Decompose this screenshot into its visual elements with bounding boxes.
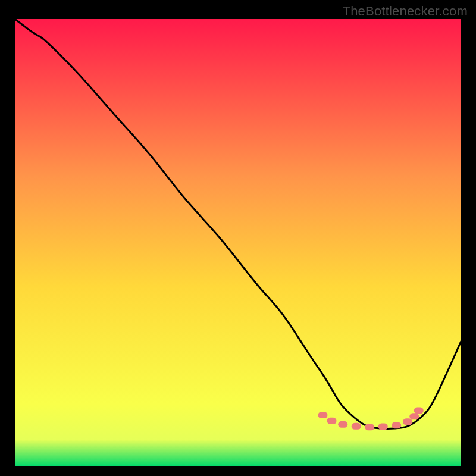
plot-area (15, 19, 461, 466)
watermark-text: TheBottlenecker.com (343, 4, 468, 19)
optimal-marker (378, 424, 388, 430)
chart-frame: TheBottlenecker.com (0, 0, 476, 476)
optimal-marker (338, 421, 347, 428)
optimal-marker (352, 423, 361, 430)
optimal-marker (409, 413, 419, 419)
optimal-marker (365, 424, 374, 430)
optimal-marker (318, 412, 328, 418)
optimal-marker (392, 422, 401, 428)
gradient-background (15, 19, 461, 466)
chart-svg (15, 19, 461, 466)
optimal-marker (414, 408, 424, 414)
optimal-marker (327, 418, 337, 424)
optimal-marker (403, 418, 412, 425)
